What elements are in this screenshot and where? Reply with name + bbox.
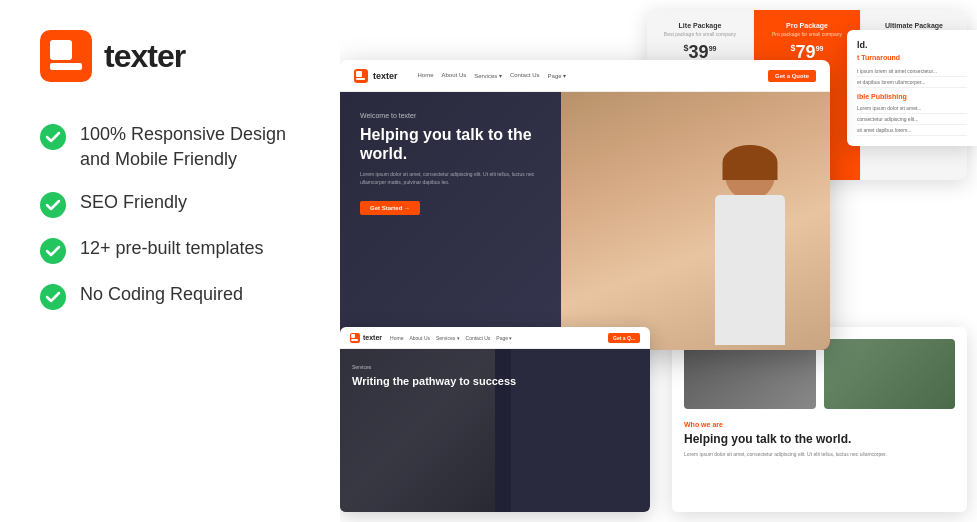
pricing-lite-subtitle: Best package for small company: [655, 31, 745, 37]
bottom-nav-link-home: Home: [390, 335, 403, 341]
right-edge-title: ld.: [857, 40, 967, 50]
hero-cta-button[interactable]: Get Started →: [360, 201, 420, 215]
feature-item-2: SEO Friendly: [40, 190, 300, 218]
bottom-nav-link-contact: Contact Us: [466, 335, 491, 341]
hero-image-area: [561, 92, 831, 350]
hero-nav-link-contact: Contact Us: [510, 72, 540, 79]
bottom-right-title: Helping you talk to the world.: [684, 432, 955, 446]
hero-nav-logo: texter: [354, 69, 398, 83]
check-icon-1: [40, 124, 66, 150]
svg-point-3: [40, 124, 66, 150]
svg-rect-9: [356, 78, 365, 80]
svg-rect-8: [356, 71, 362, 77]
hero-nav-link-services: Services ▾: [474, 72, 502, 79]
right-snippet-item-5: sit amet dapibus lorem...: [857, 125, 967, 136]
left-panel: texter 100% Responsive Design and Mobile…: [0, 0, 340, 522]
feature-text-2: SEO Friendly: [80, 190, 187, 215]
bottom-nav: texter Home About Us Services ▾ Contact …: [340, 327, 650, 349]
hero-nav-logo-text: texter: [373, 71, 398, 81]
feature-text-3: 12+ pre-built templates: [80, 236, 264, 261]
svg-rect-12: [351, 339, 358, 341]
check-icon-2: [40, 192, 66, 218]
bottom-nav-logo-text: texter: [363, 334, 382, 341]
svg-rect-11: [351, 334, 355, 338]
right-snippet-item-3: Lorem ipsum dolor sit amet...: [857, 103, 967, 114]
hero-content: Welcome to texter Helping you talk to th…: [360, 112, 560, 215]
pricing-lite-name: Lite Package: [655, 22, 745, 29]
bottom-nav-logo-icon: [350, 333, 360, 343]
pricing-lite-price: $3999: [655, 43, 745, 61]
check-icon-3: [40, 238, 66, 264]
bottom-right-who-label: Who we are: [684, 421, 955, 428]
feature-text-1: 100% Responsive Design and Mobile Friend…: [80, 122, 300, 172]
bottom-left-screenshot: texter Home About Us Services ▾ Contact …: [340, 327, 650, 512]
bottom-right-image-2: [824, 339, 956, 409]
bottom-right-description: Lorem ipsum dolor sit amet, consectetur …: [684, 451, 955, 459]
feature-item-1: 100% Responsive Design and Mobile Friend…: [40, 122, 300, 172]
bottom-hero-title: Writing the pathway to success: [352, 374, 516, 388]
logo-area: texter: [40, 30, 300, 82]
hero-nav-link-home: Home: [418, 72, 434, 79]
hero-nav-cta-button[interactable]: Get a Quote: [768, 70, 816, 82]
bottom-right-grid: Who we are Helping you talk to the world…: [684, 339, 955, 459]
hero-welcome-text: Welcome to texter: [360, 112, 560, 119]
hero-nav-links: Home About Us Services ▾ Contact Us Page…: [418, 72, 758, 79]
right-snippet-item-1: t ipsum lorem sit amet consectetur...: [857, 66, 967, 77]
pricing-pro-name: Pro Package: [762, 22, 852, 29]
bottom-nav-links: Home About Us Services ▾ Contact Us Page…: [390, 335, 512, 341]
feature-text-4: No Coding Required: [80, 282, 243, 307]
hero-woman-body: [715, 195, 785, 345]
hero-nav-link-about: About Us: [442, 72, 467, 79]
bottom-nav-logo: texter: [350, 333, 382, 343]
bottom-hero-content: Services Writing the pathway to success: [352, 364, 516, 388]
feature-item-3: 12+ pre-built templates: [40, 236, 300, 264]
bottom-right-screenshot: Who we are Helping you talk to the world…: [672, 327, 967, 512]
svg-point-4: [40, 192, 66, 218]
svg-rect-1: [50, 40, 72, 60]
hero-nav: texter Home About Us Services ▾ Contact …: [340, 60, 830, 92]
hero-nav-logo-icon: [354, 69, 368, 83]
bottom-nav-link-page: Page ▾: [496, 335, 512, 341]
bottom-nav-link-services: Services ▾: [436, 335, 460, 341]
features-list: 100% Responsive Design and Mobile Friend…: [40, 122, 300, 310]
right-snippet-item-4: consectetur adipiscing elit...: [857, 114, 967, 125]
hero-screenshot: texter Home About Us Services ▾ Contact …: [340, 60, 830, 350]
hero-description: Lorem ipsum dolor sit amet, consectetur …: [360, 171, 560, 186]
hero-woman-hair: [723, 145, 778, 180]
feature-item-4: No Coding Required: [40, 282, 300, 310]
pricing-pro-price: $7999: [762, 43, 852, 61]
pricing-pro-subtitle: Pro package for small company: [762, 31, 852, 37]
pricing-ultimate-name: Ultimate Package: [869, 22, 959, 29]
hero-body: Welcome to texter Helping you talk to th…: [340, 92, 830, 350]
brand-logo-icon: [40, 30, 92, 82]
hero-nav-link-page: Page ▾: [548, 72, 567, 79]
bottom-nav-cta-button[interactable]: Get a Q...: [608, 333, 640, 343]
bottom-right-text-area: Who we are Helping you talk to the world…: [684, 417, 955, 459]
right-snippet-item-2: et dapibus lorem ullamcorper...: [857, 77, 967, 88]
svg-rect-2: [50, 63, 82, 70]
right-snippet-subtitle: t Turnaround: [857, 54, 967, 61]
right-snippet-publishing: ible Publishing: [857, 93, 967, 100]
brand-name: texter: [104, 38, 185, 75]
right-edge-snippet: ld. t Turnaround t ipsum lorem sit amet …: [847, 30, 977, 146]
bottom-hero-body: Services Writing the pathway to success: [340, 349, 650, 512]
svg-point-6: [40, 284, 66, 310]
hero-title: Helping you talk to the world.: [360, 125, 560, 163]
screenshots-area: Lite Package Best package for small comp…: [330, 0, 977, 522]
bottom-hero-tag: Services: [352, 364, 516, 370]
check-icon-4: [40, 284, 66, 310]
svg-point-5: [40, 238, 66, 264]
bottom-nav-link-about: About Us: [409, 335, 430, 341]
hero-woman-figure: [690, 150, 810, 350]
